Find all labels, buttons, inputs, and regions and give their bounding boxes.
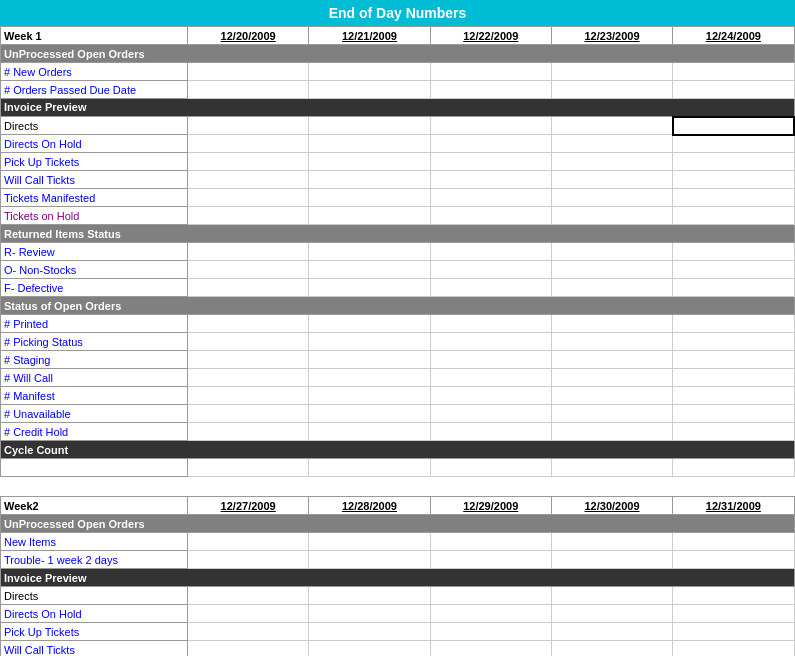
cell-directs-hold-3[interactable] [430,135,551,153]
cell-staging-5[interactable] [673,351,794,369]
cell-cycle-5[interactable] [673,459,794,477]
w2-cell-willcall-1[interactable] [188,641,309,657]
cell-staging-2[interactable] [309,351,430,369]
w2-cell-newitems-1[interactable] [188,533,309,551]
w2-cell-dhold-5[interactable] [673,605,794,623]
cell-rreview-1[interactable] [188,243,309,261]
cell-directs-hold-1[interactable] [188,135,309,153]
cell-pickup-1[interactable] [188,153,309,171]
cell-tmanifested-4[interactable] [551,189,672,207]
cell-pickup-3[interactable] [430,153,551,171]
cell-tmanifested-2[interactable] [309,189,430,207]
cell-rreview-2[interactable] [309,243,430,261]
cell-staging-4[interactable] [551,351,672,369]
cell-ononstocks-3[interactable] [430,261,551,279]
cell-unavailable-1[interactable] [188,405,309,423]
cell-printed-2[interactable] [309,315,430,333]
cell-credithold-3[interactable] [430,423,551,441]
w2-cell-pickup-2[interactable] [309,623,430,641]
cell-unavailable-4[interactable] [551,405,672,423]
cell-ononstocks-1[interactable] [188,261,309,279]
cell-wcs-3[interactable] [430,369,551,387]
cell-directs-3[interactable] [430,117,551,135]
cell-directs-1[interactable] [188,117,309,135]
w2-cell-trouble-1[interactable] [188,551,309,569]
cell-pickup-2[interactable] [309,153,430,171]
cell-wcs-4[interactable] [551,369,672,387]
cell-wcs-1[interactable] [188,369,309,387]
cell-willcall-2[interactable] [309,171,430,189]
cell-rreview-4[interactable] [551,243,672,261]
cell-fdefective-4[interactable] [551,279,672,297]
cell-thold-4[interactable] [551,207,672,225]
w2-cell-pickup-4[interactable] [551,623,672,641]
cell-unavailable-5[interactable] [673,405,794,423]
cell-staging-3[interactable] [430,351,551,369]
cell-new-orders-2[interactable] [309,63,430,81]
cell-credithold-1[interactable] [188,423,309,441]
cell-tmanifested-1[interactable] [188,189,309,207]
w2-cell-trouble-2[interactable] [309,551,430,569]
cell-cycle-2[interactable] [309,459,430,477]
cell-orders-due-1[interactable] [188,81,309,99]
w2-cell-newitems-4[interactable] [551,533,672,551]
cell-orders-due-3[interactable] [430,81,551,99]
w2-cell-dhold-4[interactable] [551,605,672,623]
cell-ononstocks-5[interactable] [673,261,794,279]
cell-manifest-2[interactable] [309,387,430,405]
w2-cell-newitems-3[interactable] [430,533,551,551]
cell-wcs-2[interactable] [309,369,430,387]
cell-manifest-5[interactable] [673,387,794,405]
w2-cell-pickup-1[interactable] [188,623,309,641]
cell-thold-3[interactable] [430,207,551,225]
w2-cell-pickup-3[interactable] [430,623,551,641]
cell-credithold-4[interactable] [551,423,672,441]
w2-cell-trouble-3[interactable] [430,551,551,569]
w2-cell-willcall-5[interactable] [673,641,794,657]
cell-cycle-1[interactable] [188,459,309,477]
cell-new-orders-4[interactable] [551,63,672,81]
cell-new-orders-3[interactable] [430,63,551,81]
cell-picking-1[interactable] [188,333,309,351]
cell-printed-1[interactable] [188,315,309,333]
cell-fdefective-3[interactable] [430,279,551,297]
w2-cell-willcall-3[interactable] [430,641,551,657]
cell-picking-5[interactable] [673,333,794,351]
cell-credithold-2[interactable] [309,423,430,441]
w2-cell-trouble-4[interactable] [551,551,672,569]
cell-directs-4[interactable] [551,117,672,135]
cell-directs-2[interactable] [309,117,430,135]
cell-ononstocks-2[interactable] [309,261,430,279]
cell-new-orders-5[interactable] [673,63,794,81]
cell-manifest-4[interactable] [551,387,672,405]
cell-picking-4[interactable] [551,333,672,351]
cell-manifest-3[interactable] [430,387,551,405]
cell-directs-5[interactable] [673,117,794,135]
w2-cell-pickup-5[interactable] [673,623,794,641]
cell-manifest-1[interactable] [188,387,309,405]
cell-orders-due-5[interactable] [673,81,794,99]
w2-cell-directs-2[interactable] [309,587,430,605]
cell-printed-4[interactable] [551,315,672,333]
cell-rreview-3[interactable] [430,243,551,261]
cell-cycle-3[interactable] [430,459,551,477]
w2-cell-dhold-3[interactable] [430,605,551,623]
cell-pickup-5[interactable] [673,153,794,171]
cell-fdefective-5[interactable] [673,279,794,297]
cell-ononstocks-4[interactable] [551,261,672,279]
w2-cell-newitems-2[interactable] [309,533,430,551]
cell-fdefective-2[interactable] [309,279,430,297]
w2-cell-trouble-5[interactable] [673,551,794,569]
cell-directs-hold-4[interactable] [551,135,672,153]
cell-picking-2[interactable] [309,333,430,351]
cell-tmanifested-3[interactable] [430,189,551,207]
cell-willcall-1[interactable] [188,171,309,189]
cell-credithold-5[interactable] [673,423,794,441]
cell-directs-hold-2[interactable] [309,135,430,153]
w2-cell-newitems-5[interactable] [673,533,794,551]
cell-orders-due-2[interactable] [309,81,430,99]
w2-cell-dhold-2[interactable] [309,605,430,623]
w2-cell-willcall-4[interactable] [551,641,672,657]
cell-fdefective-1[interactable] [188,279,309,297]
cell-cycle-4[interactable] [551,459,672,477]
